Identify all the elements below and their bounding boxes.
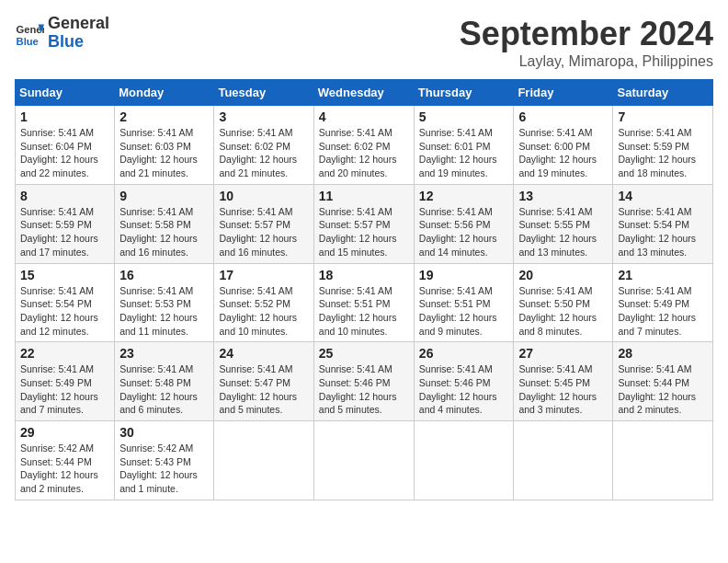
header-monday: Monday <box>115 80 214 106</box>
calendar-cell <box>414 421 514 500</box>
daylight-text: Daylight: 12 hours and 10 minutes. <box>319 312 397 337</box>
calendar-cell: 7 Sunrise: 5:41 AM Sunset: 5:59 PM Dayli… <box>613 106 713 185</box>
calendar-cell: 30 Sunrise: 5:42 AM Sunset: 5:43 PM Dayl… <box>115 421 214 500</box>
day-info: Sunrise: 5:41 AM Sunset: 5:44 PM Dayligh… <box>618 362 708 417</box>
sunrise-text: Sunrise: 5:41 AM <box>618 363 691 374</box>
daylight-text: Daylight: 12 hours and 13 minutes. <box>618 233 696 258</box>
day-info: Sunrise: 5:41 AM Sunset: 5:59 PM Dayligh… <box>618 126 708 180</box>
sunset-text: Sunset: 5:46 PM <box>319 377 391 388</box>
calendar-cell: 21 Sunrise: 5:41 AM Sunset: 5:49 PM Dayl… <box>613 263 713 342</box>
sunrise-text: Sunrise: 5:41 AM <box>518 206 592 217</box>
sunrise-text: Sunrise: 5:41 AM <box>419 285 493 296</box>
sunrise-text: Sunrise: 5:41 AM <box>20 285 94 296</box>
sunrise-text: Sunrise: 5:41 AM <box>119 127 193 138</box>
day-number: 21 <box>618 268 708 282</box>
day-number: 7 <box>618 109 708 124</box>
day-info: Sunrise: 5:41 AM Sunset: 5:54 PM Dayligh… <box>618 205 708 259</box>
header-sunday: Sunday <box>16 80 115 106</box>
sunset-text: Sunset: 6:04 PM <box>20 141 92 152</box>
sunrise-text: Sunrise: 5:41 AM <box>518 363 592 374</box>
day-number: 19 <box>419 268 509 282</box>
sunset-text: Sunset: 5:47 PM <box>219 377 290 388</box>
day-info: Sunrise: 5:41 AM Sunset: 5:47 PM Dayligh… <box>219 362 308 417</box>
day-number: 13 <box>518 189 608 203</box>
sunset-text: Sunset: 6:00 PM <box>518 141 590 152</box>
day-number: 26 <box>419 346 509 361</box>
calendar-cell: 25 Sunrise: 5:41 AM Sunset: 5:46 PM Dayl… <box>313 342 414 421</box>
day-number: 1 <box>20 109 109 124</box>
sunrise-text: Sunrise: 5:41 AM <box>419 363 493 374</box>
daylight-text: Daylight: 12 hours and 9 minutes. <box>419 312 497 337</box>
calendar-cell: 15 Sunrise: 5:41 AM Sunset: 5:54 PM Dayl… <box>16 263 115 342</box>
calendar-cell: 5 Sunrise: 5:41 AM Sunset: 6:01 PM Dayli… <box>414 106 514 185</box>
sunset-text: Sunset: 5:57 PM <box>319 219 391 230</box>
sunset-text: Sunset: 5:50 PM <box>518 298 590 309</box>
sunrise-text: Sunrise: 5:42 AM <box>119 442 193 454</box>
day-number: 14 <box>618 189 708 203</box>
day-number: 9 <box>119 189 209 203</box>
daylight-text: Daylight: 12 hours and 21 minutes. <box>119 154 198 178</box>
sunset-text: Sunset: 5:53 PM <box>119 298 191 309</box>
day-info: Sunrise: 5:41 AM Sunset: 6:02 PM Dayligh… <box>219 126 308 180</box>
calendar-cell: 10 Sunrise: 5:41 AM Sunset: 5:57 PM Dayl… <box>214 184 313 263</box>
day-number: 25 <box>319 346 409 361</box>
daylight-text: Daylight: 12 hours and 7 minutes. <box>618 312 696 337</box>
sunrise-text: Sunrise: 5:41 AM <box>419 127 493 138</box>
sunrise-text: Sunrise: 5:42 AM <box>20 442 94 454</box>
sunset-text: Sunset: 6:03 PM <box>119 141 191 152</box>
day-info: Sunrise: 5:41 AM Sunset: 5:59 PM Dayligh… <box>20 205 109 259</box>
sunset-text: Sunset: 5:54 PM <box>20 298 92 309</box>
sunrise-text: Sunrise: 5:41 AM <box>119 285 193 296</box>
sunrise-text: Sunrise: 5:41 AM <box>119 206 193 217</box>
sunset-text: Sunset: 5:56 PM <box>419 219 491 230</box>
daylight-text: Daylight: 12 hours and 19 minutes. <box>518 154 597 178</box>
sunset-text: Sunset: 5:59 PM <box>20 219 92 230</box>
day-info: Sunrise: 5:41 AM Sunset: 5:51 PM Dayligh… <box>419 284 509 339</box>
sunrise-text: Sunrise: 5:41 AM <box>219 363 292 374</box>
daylight-text: Daylight: 12 hours and 6 minutes. <box>119 391 198 416</box>
calendar-cell: 24 Sunrise: 5:41 AM Sunset: 5:47 PM Dayl… <box>214 342 313 421</box>
day-number: 20 <box>518 268 608 282</box>
calendar-cell: 19 Sunrise: 5:41 AM Sunset: 5:51 PM Dayl… <box>414 263 514 342</box>
day-info: Sunrise: 5:41 AM Sunset: 5:55 PM Dayligh… <box>518 205 608 259</box>
calendar-week-2: 8 Sunrise: 5:41 AM Sunset: 5:59 PM Dayli… <box>16 184 713 263</box>
day-number: 28 <box>618 346 708 361</box>
daylight-text: Daylight: 12 hours and 4 minutes. <box>419 391 497 416</box>
sunset-text: Sunset: 5:46 PM <box>419 377 491 388</box>
day-info: Sunrise: 5:41 AM Sunset: 5:52 PM Dayligh… <box>219 284 308 339</box>
day-info: Sunrise: 5:41 AM Sunset: 6:00 PM Dayligh… <box>518 126 608 180</box>
sunset-text: Sunset: 5:51 PM <box>319 298 391 309</box>
daylight-text: Daylight: 12 hours and 11 minutes. <box>119 312 198 337</box>
sunrise-text: Sunrise: 5:41 AM <box>419 206 493 217</box>
sunset-text: Sunset: 6:01 PM <box>419 141 491 152</box>
day-info: Sunrise: 5:41 AM Sunset: 6:04 PM Dayligh… <box>20 126 109 180</box>
calendar-cell: 4 Sunrise: 5:41 AM Sunset: 6:02 PM Dayli… <box>313 106 414 185</box>
sunset-text: Sunset: 5:49 PM <box>618 298 689 309</box>
daylight-text: Daylight: 12 hours and 21 minutes. <box>219 154 297 178</box>
calendar-cell: 6 Sunrise: 5:41 AM Sunset: 6:00 PM Dayli… <box>514 106 613 185</box>
header: General Blue General Blue September 2024… <box>15 15 713 70</box>
logo-icon: General Blue <box>15 18 44 48</box>
calendar-week-4: 22 Sunrise: 5:41 AM Sunset: 5:49 PM Dayl… <box>16 342 713 421</box>
daylight-text: Daylight: 12 hours and 12 minutes. <box>20 312 98 337</box>
day-number: 11 <box>319 189 409 203</box>
calendar-cell: 3 Sunrise: 5:41 AM Sunset: 6:02 PM Dayli… <box>214 106 313 185</box>
day-info: Sunrise: 5:41 AM Sunset: 5:46 PM Dayligh… <box>319 362 409 417</box>
sunset-text: Sunset: 5:52 PM <box>219 298 290 309</box>
month-title: September 2024 <box>460 15 713 53</box>
daylight-text: Daylight: 12 hours and 14 minutes. <box>419 233 497 258</box>
day-info: Sunrise: 5:41 AM Sunset: 5:46 PM Dayligh… <box>419 362 509 417</box>
day-number: 3 <box>219 109 308 124</box>
day-info: Sunrise: 5:41 AM Sunset: 5:54 PM Dayligh… <box>20 284 109 339</box>
day-info: Sunrise: 5:41 AM Sunset: 5:53 PM Dayligh… <box>119 284 209 339</box>
daylight-text: Daylight: 12 hours and 16 minutes. <box>219 233 297 258</box>
sunrise-text: Sunrise: 5:41 AM <box>20 363 94 374</box>
daylight-text: Daylight: 12 hours and 8 minutes. <box>518 312 597 337</box>
sunset-text: Sunset: 5:49 PM <box>20 377 92 388</box>
sunset-text: Sunset: 5:57 PM <box>219 219 290 230</box>
calendar-cell: 26 Sunrise: 5:41 AM Sunset: 5:46 PM Dayl… <box>414 342 514 421</box>
calendar-cell: 20 Sunrise: 5:41 AM Sunset: 5:50 PM Dayl… <box>514 263 613 342</box>
day-info: Sunrise: 5:42 AM Sunset: 5:43 PM Dayligh… <box>119 442 209 496</box>
logo: General Blue General Blue <box>15 15 109 52</box>
daylight-text: Daylight: 12 hours and 5 minutes. <box>219 391 297 416</box>
